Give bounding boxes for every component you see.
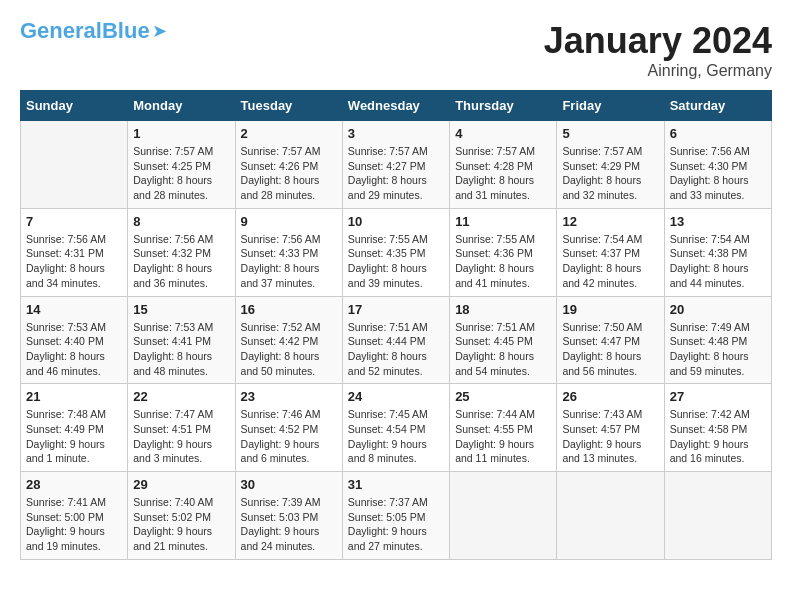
day-detail: Sunrise: 7:55 AMSunset: 4:36 PMDaylight:… <box>455 232 551 291</box>
day-cell: 12 Sunrise: 7:54 AMSunset: 4:37 PMDaylig… <box>557 208 664 296</box>
day-number: 16 <box>241 302 337 317</box>
day-cell: 4 Sunrise: 7:57 AMSunset: 4:28 PMDayligh… <box>450 121 557 209</box>
day-cell <box>21 121 128 209</box>
day-cell: 26 Sunrise: 7:43 AMSunset: 4:57 PMDaylig… <box>557 384 664 472</box>
day-number: 29 <box>133 477 229 492</box>
day-number: 2 <box>241 126 337 141</box>
title-block: January 2024 Ainring, Germany <box>544 20 772 80</box>
day-cell <box>557 472 664 560</box>
day-cell: 17 Sunrise: 7:51 AMSunset: 4:44 PMDaylig… <box>342 296 449 384</box>
day-number: 9 <box>241 214 337 229</box>
day-detail: Sunrise: 7:56 AMSunset: 4:30 PMDaylight:… <box>670 144 766 203</box>
day-number: 3 <box>348 126 444 141</box>
day-cell: 15 Sunrise: 7:53 AMSunset: 4:41 PMDaylig… <box>128 296 235 384</box>
day-number: 4 <box>455 126 551 141</box>
day-number: 1 <box>133 126 229 141</box>
day-detail: Sunrise: 7:42 AMSunset: 4:58 PMDaylight:… <box>670 407 766 466</box>
week-row-2: 7 Sunrise: 7:56 AMSunset: 4:31 PMDayligh… <box>21 208 772 296</box>
header-sunday: Sunday <box>21 91 128 121</box>
day-cell: 21 Sunrise: 7:48 AMSunset: 4:49 PMDaylig… <box>21 384 128 472</box>
day-detail: Sunrise: 7:53 AMSunset: 4:40 PMDaylight:… <box>26 320 122 379</box>
day-detail: Sunrise: 7:54 AMSunset: 4:37 PMDaylight:… <box>562 232 658 291</box>
day-detail: Sunrise: 7:50 AMSunset: 4:47 PMDaylight:… <box>562 320 658 379</box>
day-number: 18 <box>455 302 551 317</box>
bird-icon: ➤ <box>152 20 167 42</box>
day-cell: 23 Sunrise: 7:46 AMSunset: 4:52 PMDaylig… <box>235 384 342 472</box>
day-detail: Sunrise: 7:39 AMSunset: 5:03 PMDaylight:… <box>241 495 337 554</box>
day-cell <box>450 472 557 560</box>
day-detail: Sunrise: 7:57 AMSunset: 4:28 PMDaylight:… <box>455 144 551 203</box>
day-detail: Sunrise: 7:57 AMSunset: 4:27 PMDaylight:… <box>348 144 444 203</box>
day-cell: 11 Sunrise: 7:55 AMSunset: 4:36 PMDaylig… <box>450 208 557 296</box>
day-number: 15 <box>133 302 229 317</box>
week-row-5: 28 Sunrise: 7:41 AMSunset: 5:00 PMDaylig… <box>21 472 772 560</box>
header-row: Sunday Monday Tuesday Wednesday Thursday… <box>21 91 772 121</box>
day-number: 14 <box>26 302 122 317</box>
day-detail: Sunrise: 7:51 AMSunset: 4:45 PMDaylight:… <box>455 320 551 379</box>
calendar-header: Sunday Monday Tuesday Wednesday Thursday… <box>21 91 772 121</box>
day-cell: 7 Sunrise: 7:56 AMSunset: 4:31 PMDayligh… <box>21 208 128 296</box>
day-cell: 13 Sunrise: 7:54 AMSunset: 4:38 PMDaylig… <box>664 208 771 296</box>
day-detail: Sunrise: 7:56 AMSunset: 4:32 PMDaylight:… <box>133 232 229 291</box>
day-cell: 10 Sunrise: 7:55 AMSunset: 4:35 PMDaylig… <box>342 208 449 296</box>
day-cell: 18 Sunrise: 7:51 AMSunset: 4:45 PMDaylig… <box>450 296 557 384</box>
logo-general: General <box>20 18 102 43</box>
day-number: 6 <box>670 126 766 141</box>
day-detail: Sunrise: 7:48 AMSunset: 4:49 PMDaylight:… <box>26 407 122 466</box>
day-number: 13 <box>670 214 766 229</box>
day-cell: 31 Sunrise: 7:37 AMSunset: 5:05 PMDaylig… <box>342 472 449 560</box>
day-detail: Sunrise: 7:47 AMSunset: 4:51 PMDaylight:… <box>133 407 229 466</box>
day-number: 25 <box>455 389 551 404</box>
header-thursday: Thursday <box>450 91 557 121</box>
day-cell: 1 Sunrise: 7:57 AMSunset: 4:25 PMDayligh… <box>128 121 235 209</box>
day-cell: 22 Sunrise: 7:47 AMSunset: 4:51 PMDaylig… <box>128 384 235 472</box>
day-number: 12 <box>562 214 658 229</box>
day-cell: 25 Sunrise: 7:44 AMSunset: 4:55 PMDaylig… <box>450 384 557 472</box>
day-cell: 3 Sunrise: 7:57 AMSunset: 4:27 PMDayligh… <box>342 121 449 209</box>
day-cell: 27 Sunrise: 7:42 AMSunset: 4:58 PMDaylig… <box>664 384 771 472</box>
day-cell: 5 Sunrise: 7:57 AMSunset: 4:29 PMDayligh… <box>557 121 664 209</box>
calendar-subtitle: Ainring, Germany <box>544 62 772 80</box>
day-cell: 28 Sunrise: 7:41 AMSunset: 5:00 PMDaylig… <box>21 472 128 560</box>
calendar-table: Sunday Monday Tuesday Wednesday Thursday… <box>20 90 772 560</box>
day-detail: Sunrise: 7:52 AMSunset: 4:42 PMDaylight:… <box>241 320 337 379</box>
day-detail: Sunrise: 7:43 AMSunset: 4:57 PMDaylight:… <box>562 407 658 466</box>
day-cell: 19 Sunrise: 7:50 AMSunset: 4:47 PMDaylig… <box>557 296 664 384</box>
day-detail: Sunrise: 7:37 AMSunset: 5:05 PMDaylight:… <box>348 495 444 554</box>
header-friday: Friday <box>557 91 664 121</box>
day-detail: Sunrise: 7:49 AMSunset: 4:48 PMDaylight:… <box>670 320 766 379</box>
day-number: 7 <box>26 214 122 229</box>
day-number: 22 <box>133 389 229 404</box>
day-number: 20 <box>670 302 766 317</box>
day-cell <box>664 472 771 560</box>
day-number: 24 <box>348 389 444 404</box>
day-detail: Sunrise: 7:46 AMSunset: 4:52 PMDaylight:… <box>241 407 337 466</box>
day-number: 10 <box>348 214 444 229</box>
day-detail: Sunrise: 7:54 AMSunset: 4:38 PMDaylight:… <box>670 232 766 291</box>
day-detail: Sunrise: 7:45 AMSunset: 4:54 PMDaylight:… <box>348 407 444 466</box>
day-number: 19 <box>562 302 658 317</box>
day-detail: Sunrise: 7:57 AMSunset: 4:26 PMDaylight:… <box>241 144 337 203</box>
day-cell: 30 Sunrise: 7:39 AMSunset: 5:03 PMDaylig… <box>235 472 342 560</box>
day-number: 30 <box>241 477 337 492</box>
day-number: 26 <box>562 389 658 404</box>
day-cell: 24 Sunrise: 7:45 AMSunset: 4:54 PMDaylig… <box>342 384 449 472</box>
day-number: 31 <box>348 477 444 492</box>
day-detail: Sunrise: 7:51 AMSunset: 4:44 PMDaylight:… <box>348 320 444 379</box>
day-detail: Sunrise: 7:40 AMSunset: 5:02 PMDaylight:… <box>133 495 229 554</box>
day-detail: Sunrise: 7:44 AMSunset: 4:55 PMDaylight:… <box>455 407 551 466</box>
day-detail: Sunrise: 7:55 AMSunset: 4:35 PMDaylight:… <box>348 232 444 291</box>
day-number: 8 <box>133 214 229 229</box>
day-cell: 16 Sunrise: 7:52 AMSunset: 4:42 PMDaylig… <box>235 296 342 384</box>
day-detail: Sunrise: 7:41 AMSunset: 5:00 PMDaylight:… <box>26 495 122 554</box>
day-cell: 9 Sunrise: 7:56 AMSunset: 4:33 PMDayligh… <box>235 208 342 296</box>
week-row-3: 14 Sunrise: 7:53 AMSunset: 4:40 PMDaylig… <box>21 296 772 384</box>
header-monday: Monday <box>128 91 235 121</box>
day-detail: Sunrise: 7:56 AMSunset: 4:33 PMDaylight:… <box>241 232 337 291</box>
day-number: 23 <box>241 389 337 404</box>
day-detail: Sunrise: 7:57 AMSunset: 4:25 PMDaylight:… <box>133 144 229 203</box>
week-row-4: 21 Sunrise: 7:48 AMSunset: 4:49 PMDaylig… <box>21 384 772 472</box>
day-detail: Sunrise: 7:56 AMSunset: 4:31 PMDaylight:… <box>26 232 122 291</box>
week-row-1: 1 Sunrise: 7:57 AMSunset: 4:25 PMDayligh… <box>21 121 772 209</box>
header-tuesday: Tuesday <box>235 91 342 121</box>
